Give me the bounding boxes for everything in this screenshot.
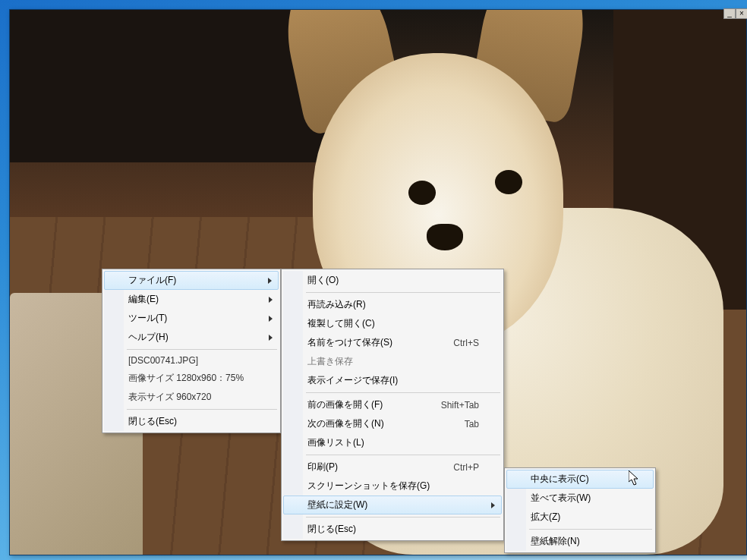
menu-item-open[interactable]: 開く(O) <box>283 271 502 290</box>
menu-label: 編集(E) <box>128 293 159 306</box>
menu-label: 中央に表示(C) <box>531 473 589 486</box>
submenu-arrow-icon <box>269 335 273 341</box>
menu-label: 画像リスト(L) <box>307 436 364 449</box>
menu-item-open-copy[interactable]: 複製して開く(C) <box>283 314 502 333</box>
menu-item-overwrite: 上書き保存 <box>283 352 502 371</box>
menu-item-save-screenshot[interactable]: スクリーンショットを保存(G) <box>283 477 502 496</box>
menu-label: 閉じる(Esc) <box>128 415 177 428</box>
menu-label: 前の画像を開く(F) <box>307 398 383 411</box>
submenu-arrow-icon <box>268 278 272 284</box>
menu-separator <box>127 409 277 410</box>
close-button[interactable]: × <box>736 8 747 19</box>
context-menu-main: ファイル(F) 編集(E) ツール(T) ヘルプ(H) [DSC00741.JP… <box>102 269 281 433</box>
menu-item-set-wallpaper[interactable]: 壁紙に設定(W) <box>283 496 502 514</box>
menu-label: スクリーンショットを保存(G) <box>307 480 430 492</box>
menu-label: 閉じる(Esc) <box>307 523 356 536</box>
context-menu-wallpaper: 中央に表示(C) 並べて表示(W) 拡大(Z) 壁紙解除(N) <box>504 467 656 553</box>
menu-label: 上書き保存 <box>307 355 353 368</box>
menu-item-edit[interactable]: 編集(E) <box>104 290 279 309</box>
menu-separator <box>306 455 500 455</box>
menu-label: 印刷(P) <box>307 461 338 473</box>
menu-label: 拡大(Z) <box>531 511 560 524</box>
menu-separator <box>306 392 500 393</box>
menu-label: 壁紙に設定(W) <box>307 499 367 511</box>
menu-item-wallpaper-tile[interactable]: 並べて表示(W) <box>506 489 654 508</box>
menu-label: ファイル(F) <box>128 274 176 287</box>
menu-shortcut: Ctrl+S <box>453 338 479 348</box>
menu-item-wallpaper-remove[interactable]: 壁紙解除(N) <box>506 532 654 551</box>
submenu-arrow-icon <box>269 316 273 322</box>
menu-label: 再読み込み(R) <box>307 298 366 311</box>
context-menu-file: 開く(O) 再読み込み(R) 複製して開く(C) 名前をつけて保存(S) Ctr… <box>281 269 504 541</box>
menu-item-next-image[interactable]: 次の画像を開く(N) Tab <box>283 414 502 433</box>
info-filename: [DSC00741.JPG] <box>104 352 279 369</box>
menu-label: ヘルプ(H) <box>128 331 169 344</box>
menu-item-wallpaper-center[interactable]: 中央に表示(C) <box>506 470 654 489</box>
menu-label: 壁紙解除(N) <box>531 535 580 548</box>
info-image-size: 画像サイズ 1280x960：75% <box>104 369 279 388</box>
submenu-arrow-icon <box>269 297 273 303</box>
menu-item-wallpaper-stretch[interactable]: 拡大(Z) <box>506 508 654 527</box>
menu-separator <box>127 349 277 350</box>
menu-label: 表示イメージで保存(I) <box>307 374 398 387</box>
menu-shortcut: Tab <box>465 419 479 429</box>
menu-label: 並べて表示(W) <box>531 492 591 505</box>
menu-item-reload[interactable]: 再読み込み(R) <box>283 295 502 314</box>
window-controls: _ × <box>723 8 747 19</box>
menu-shortcut: Shift+Tab <box>441 400 479 411</box>
menu-item-prev-image[interactable]: 前の画像を開く(F) Shift+Tab <box>283 395 502 414</box>
menu-item-help[interactable]: ヘルプ(H) <box>104 328 279 347</box>
menu-item-close[interactable]: 閉じる(Esc) <box>104 412 279 431</box>
menu-label: ツール(T) <box>128 312 167 325</box>
menu-label: 開く(O) <box>307 274 339 287</box>
menu-separator <box>306 292 500 293</box>
menu-item-file[interactable]: ファイル(F) <box>104 271 279 290</box>
menu-item-save-as[interactable]: 名前をつけて保存(S) Ctrl+S <box>283 333 502 352</box>
menu-item-close[interactable]: 閉じる(Esc) <box>283 520 502 539</box>
menu-label: 名前をつけて保存(S) <box>307 336 392 349</box>
menu-separator <box>306 517 500 518</box>
menu-shortcut: Ctrl+P <box>453 462 479 473</box>
minimize-button[interactable]: _ <box>723 8 736 19</box>
menu-label: 複製して開く(C) <box>307 317 375 330</box>
submenu-arrow-icon <box>491 502 495 508</box>
menu-item-tool[interactable]: ツール(T) <box>104 309 279 328</box>
menu-item-image-list[interactable]: 画像リスト(L) <box>283 433 502 452</box>
info-display-size: 表示サイズ 960x720 <box>104 388 279 407</box>
menu-separator <box>529 529 652 530</box>
menu-item-print[interactable]: 印刷(P) Ctrl+P <box>283 458 502 477</box>
menu-item-save-view-image[interactable]: 表示イメージで保存(I) <box>283 371 502 390</box>
menu-label: 次の画像を開く(N) <box>307 417 384 430</box>
